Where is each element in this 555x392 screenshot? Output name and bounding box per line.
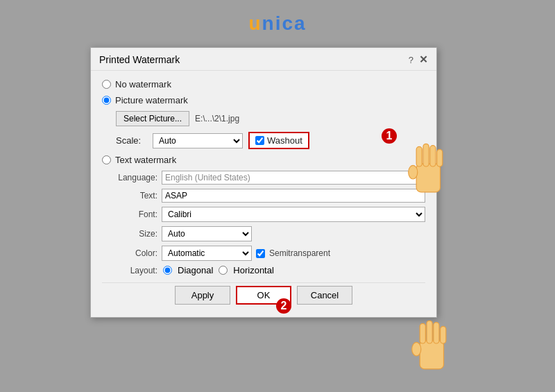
washout-container: Washout bbox=[248, 132, 309, 149]
button-row: Apply OK Cancel bbox=[102, 282, 425, 307]
washout-label[interactable]: Washout bbox=[267, 135, 302, 146]
picture-watermark-row: Picture watermark bbox=[102, 95, 425, 105]
text-watermark-section: Text watermark Language: Text: Font: Cal… bbox=[102, 155, 425, 275]
color-select[interactable]: Automatic bbox=[162, 246, 252, 261]
diagonal-radio[interactable] bbox=[163, 266, 172, 275]
language-input[interactable] bbox=[162, 171, 425, 185]
dialog-content: No watermark Picture watermark Select Pi… bbox=[91, 71, 436, 317]
size-select[interactable]: Auto bbox=[162, 226, 252, 241]
svg-rect-9 bbox=[434, 323, 439, 343]
color-label: Color: bbox=[116, 248, 157, 258]
cancel-button[interactable]: Cancel bbox=[297, 286, 352, 305]
picture-watermark-radio[interactable] bbox=[102, 96, 111, 105]
language-label: Language: bbox=[116, 173, 157, 182]
language-row: Language: bbox=[116, 171, 425, 185]
svg-rect-1 bbox=[416, 146, 422, 167]
horizontal-radio[interactable] bbox=[219, 266, 228, 275]
scale-row: Scale: Auto Washout bbox=[116, 132, 425, 149]
apply-button[interactable]: Apply bbox=[175, 286, 230, 305]
semitransparent-checkbox[interactable] bbox=[256, 249, 265, 258]
semitransparent-label[interactable]: Semitransparent bbox=[269, 248, 330, 258]
help-icon[interactable]: ? bbox=[409, 55, 413, 65]
svg-rect-10 bbox=[441, 326, 446, 343]
washout-checkbox[interactable] bbox=[255, 136, 264, 145]
color-row: Color: Automatic Semitransparent bbox=[116, 246, 425, 261]
no-watermark-radio[interactable] bbox=[102, 80, 111, 89]
font-select[interactable]: Calibri bbox=[162, 207, 425, 222]
font-row: Font: Calibri bbox=[116, 207, 425, 222]
svg-point-5 bbox=[409, 165, 418, 179]
hand-cursor-1 bbox=[392, 135, 454, 198]
svg-rect-7 bbox=[420, 323, 425, 343]
printed-watermark-dialog: Printed Watermark ? ✕ No watermark Pictu… bbox=[90, 47, 437, 318]
text-watermark-radio[interactable] bbox=[102, 155, 111, 164]
diagonal-label[interactable]: Diagonal bbox=[178, 265, 213, 275]
text-watermark-label[interactable]: Text watermark bbox=[115, 155, 176, 165]
select-picture-button[interactable]: Select Picture... bbox=[116, 111, 189, 126]
svg-rect-4 bbox=[437, 149, 443, 167]
layout-label: Layout: bbox=[116, 266, 157, 275]
size-label: Size: bbox=[116, 229, 157, 239]
select-picture-row: Select Picture... E:\...\2\1.jpg bbox=[116, 111, 425, 126]
text-row: Text: bbox=[116, 189, 425, 203]
file-path: E:\...\2\1.jpg bbox=[195, 114, 239, 123]
picture-watermark-label[interactable]: Picture watermark bbox=[115, 95, 188, 105]
page-wrapper: unica Printed Watermark ? ✕ No watermark… bbox=[0, 0, 555, 392]
close-icon[interactable]: ✕ bbox=[419, 53, 428, 66]
dialog-controls: ? ✕ bbox=[409, 53, 428, 66]
dialog-titlebar: Printed Watermark ? ✕ bbox=[91, 48, 436, 71]
text-label: Text: bbox=[116, 191, 157, 201]
picture-section: Select Picture... E:\...\2\1.jpg Scale: … bbox=[116, 111, 425, 149]
hand-cursor-2 bbox=[395, 312, 458, 375]
svg-point-11 bbox=[412, 342, 421, 356]
scale-label: Scale: bbox=[116, 135, 147, 146]
dialog-title: Printed Watermark bbox=[99, 54, 180, 65]
layout-row: Layout: Diagonal Horizontal bbox=[116, 265, 425, 275]
unica-logo: unica bbox=[248, 12, 306, 35]
text-watermark-row: Text watermark bbox=[102, 155, 425, 165]
font-label: Font: bbox=[116, 210, 157, 219]
scale-select[interactable]: Auto bbox=[153, 133, 243, 148]
annotation-badge-2: 2 bbox=[276, 298, 291, 314]
text-input[interactable] bbox=[162, 189, 425, 203]
horizontal-label[interactable]: Horizontal bbox=[233, 265, 274, 275]
svg-rect-6 bbox=[420, 341, 443, 369]
svg-rect-0 bbox=[416, 164, 440, 192]
svg-rect-8 bbox=[427, 321, 432, 343]
no-watermark-row: No watermark bbox=[102, 79, 425, 90]
size-row: Size: Auto bbox=[116, 226, 425, 241]
svg-rect-2 bbox=[423, 144, 429, 167]
no-watermark-label[interactable]: No watermark bbox=[115, 79, 171, 90]
svg-rect-3 bbox=[430, 146, 436, 167]
